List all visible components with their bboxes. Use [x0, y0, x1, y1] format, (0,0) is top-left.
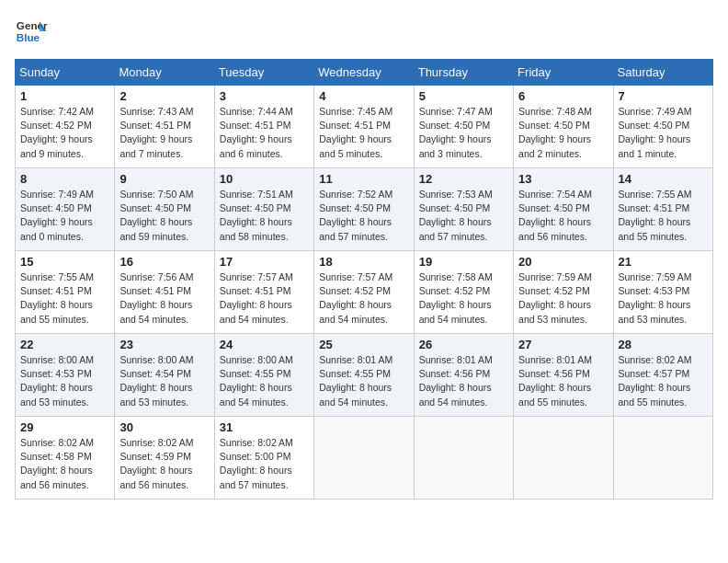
calendar-day-cell: 27Sunrise: 8:01 AM Sunset: 4:56 PM Dayli…: [514, 334, 613, 417]
calendar-day-cell: 5Sunrise: 7:47 AM Sunset: 4:50 PM Daylig…: [414, 86, 513, 168]
calendar-day-cell: 20Sunrise: 7:59 AM Sunset: 4:52 PM Dayli…: [514, 251, 613, 334]
day-number: 2: [119, 89, 209, 103]
weekday-header: Tuesday: [214, 60, 313, 86]
day-number: 21: [619, 255, 708, 269]
calendar-day-cell: 22Sunrise: 8:00 AM Sunset: 4:53 PM Dayli…: [16, 334, 115, 417]
calendar-day-cell: 11Sunrise: 7:52 AM Sunset: 4:50 PM Dayli…: [314, 168, 414, 251]
calendar-day-cell: 3Sunrise: 7:44 AM Sunset: 4:51 PM Daylig…: [214, 86, 313, 168]
calendar-day-cell: 23Sunrise: 8:00 AM Sunset: 4:54 PM Dayli…: [115, 334, 214, 417]
day-number: 7: [619, 89, 708, 103]
day-number: 11: [319, 172, 408, 186]
day-number: 15: [20, 255, 109, 269]
calendar-week-row: 8Sunrise: 7:49 AM Sunset: 4:50 PM Daylig…: [16, 168, 713, 251]
calendar-day-cell: 9Sunrise: 7:50 AM Sunset: 4:50 PM Daylig…: [115, 168, 214, 251]
weekday-header: Monday: [115, 60, 214, 86]
day-info: Sunrise: 7:55 AM Sunset: 4:51 PM Dayligh…: [619, 188, 708, 244]
weekday-header: Sunday: [16, 60, 115, 86]
day-number: 31: [220, 420, 309, 434]
calendar-week-row: 22Sunrise: 8:00 AM Sunset: 4:53 PM Dayli…: [16, 334, 713, 417]
day-number: 20: [518, 255, 608, 269]
calendar-day-cell: 13Sunrise: 7:54 AM Sunset: 4:50 PM Dayli…: [514, 168, 613, 251]
weekday-header: Saturday: [613, 60, 712, 86]
day-info: Sunrise: 8:02 AM Sunset: 4:57 PM Dayligh…: [619, 353, 708, 409]
svg-text:Blue: Blue: [17, 31, 40, 43]
day-number: 28: [619, 338, 708, 351]
day-number: 12: [419, 172, 508, 186]
empty-cell: [314, 417, 414, 500]
empty-cell: [414, 417, 513, 500]
day-number: 1: [20, 89, 109, 103]
calendar-day-cell: 17Sunrise: 7:57 AM Sunset: 4:51 PM Dayli…: [214, 251, 313, 334]
day-info: Sunrise: 8:02 AM Sunset: 4:58 PM Dayligh…: [20, 436, 109, 492]
day-number: 17: [220, 255, 309, 269]
calendar-week-row: 15Sunrise: 7:55 AM Sunset: 4:51 PM Dayli…: [16, 251, 713, 334]
day-number: 30: [119, 420, 209, 434]
calendar-day-cell: 4Sunrise: 7:45 AM Sunset: 4:51 PM Daylig…: [314, 86, 414, 168]
calendar-week-row: 1Sunrise: 7:42 AM Sunset: 4:52 PM Daylig…: [16, 86, 713, 168]
day-info: Sunrise: 7:49 AM Sunset: 4:50 PM Dayligh…: [20, 188, 109, 244]
calendar-day-cell: 7Sunrise: 7:49 AM Sunset: 4:50 PM Daylig…: [613, 86, 712, 168]
day-number: 23: [119, 338, 209, 351]
day-number: 16: [119, 255, 209, 269]
day-info: Sunrise: 7:52 AM Sunset: 4:50 PM Dayligh…: [319, 188, 408, 244]
calendar-day-cell: 14Sunrise: 7:55 AM Sunset: 4:51 PM Dayli…: [613, 168, 712, 251]
calendar-day-cell: 12Sunrise: 7:53 AM Sunset: 4:50 PM Dayli…: [414, 168, 513, 251]
calendar-day-cell: 26Sunrise: 8:01 AM Sunset: 4:56 PM Dayli…: [414, 334, 513, 417]
day-number: 8: [20, 172, 109, 186]
day-info: Sunrise: 8:02 AM Sunset: 4:59 PM Dayligh…: [119, 436, 209, 492]
day-info: Sunrise: 7:59 AM Sunset: 4:52 PM Dayligh…: [518, 270, 608, 327]
day-number: 27: [518, 338, 608, 351]
calendar-day-cell: 21Sunrise: 7:59 AM Sunset: 4:53 PM Dayli…: [613, 251, 712, 334]
calendar-day-cell: 28Sunrise: 8:02 AM Sunset: 4:57 PM Dayli…: [613, 334, 712, 417]
calendar-day-cell: 6Sunrise: 7:48 AM Sunset: 4:50 PM Daylig…: [514, 86, 613, 168]
weekday-header: Wednesday: [314, 60, 414, 86]
empty-cell: [613, 417, 712, 500]
day-number: 25: [319, 338, 408, 351]
day-number: 26: [419, 338, 508, 351]
calendar-day-cell: 25Sunrise: 8:01 AM Sunset: 4:55 PM Dayli…: [314, 334, 414, 417]
day-number: 29: [20, 420, 109, 434]
calendar-header-row: SundayMondayTuesdayWednesdayThursdayFrid…: [16, 60, 713, 86]
day-number: 14: [619, 172, 708, 186]
day-number: 5: [419, 89, 508, 103]
day-number: 19: [419, 255, 508, 269]
day-info: Sunrise: 8:00 AM Sunset: 4:53 PM Dayligh…: [20, 353, 109, 409]
day-info: Sunrise: 7:57 AM Sunset: 4:52 PM Dayligh…: [319, 270, 408, 327]
day-number: 4: [319, 89, 408, 103]
day-info: Sunrise: 7:53 AM Sunset: 4:50 PM Dayligh…: [419, 188, 508, 244]
calendar-day-cell: 18Sunrise: 7:57 AM Sunset: 4:52 PM Dayli…: [314, 251, 414, 334]
day-info: Sunrise: 7:50 AM Sunset: 4:50 PM Dayligh…: [119, 188, 209, 244]
weekday-header: Friday: [514, 60, 613, 86]
day-info: Sunrise: 7:58 AM Sunset: 4:52 PM Dayligh…: [419, 270, 508, 327]
day-number: 9: [119, 172, 209, 186]
calendar-day-cell: 2Sunrise: 7:43 AM Sunset: 4:51 PM Daylig…: [115, 86, 214, 168]
day-info: Sunrise: 7:57 AM Sunset: 4:51 PM Dayligh…: [220, 270, 309, 327]
calendar-week-row: 29Sunrise: 8:02 AM Sunset: 4:58 PM Dayli…: [16, 417, 713, 500]
page-header: General Blue: [15, 15, 713, 48]
calendar-day-cell: 16Sunrise: 7:56 AM Sunset: 4:51 PM Dayli…: [115, 251, 214, 334]
day-number: 24: [220, 338, 309, 351]
calendar-day-cell: 30Sunrise: 8:02 AM Sunset: 4:59 PM Dayli…: [115, 417, 214, 500]
day-info: Sunrise: 7:48 AM Sunset: 4:50 PM Dayligh…: [518, 105, 608, 161]
empty-cell: [514, 417, 613, 500]
day-info: Sunrise: 7:45 AM Sunset: 4:51 PM Dayligh…: [319, 105, 408, 161]
day-info: Sunrise: 7:47 AM Sunset: 4:50 PM Dayligh…: [419, 105, 508, 161]
day-info: Sunrise: 7:56 AM Sunset: 4:51 PM Dayligh…: [119, 270, 209, 327]
calendar-day-cell: 29Sunrise: 8:02 AM Sunset: 4:58 PM Dayli…: [16, 417, 115, 500]
day-number: 10: [220, 172, 309, 186]
day-info: Sunrise: 8:01 AM Sunset: 4:56 PM Dayligh…: [518, 353, 608, 409]
calendar-day-cell: 24Sunrise: 8:00 AM Sunset: 4:55 PM Dayli…: [214, 334, 313, 417]
calendar-day-cell: 1Sunrise: 7:42 AM Sunset: 4:52 PM Daylig…: [16, 86, 115, 168]
logo-icon: General Blue: [15, 15, 48, 48]
day-info: Sunrise: 7:43 AM Sunset: 4:51 PM Dayligh…: [119, 105, 209, 161]
day-info: Sunrise: 7:55 AM Sunset: 4:51 PM Dayligh…: [20, 270, 109, 327]
calendar-day-cell: 15Sunrise: 7:55 AM Sunset: 4:51 PM Dayli…: [16, 251, 115, 334]
day-info: Sunrise: 7:59 AM Sunset: 4:53 PM Dayligh…: [619, 270, 708, 327]
day-number: 22: [20, 338, 109, 351]
day-info: Sunrise: 7:54 AM Sunset: 4:50 PM Dayligh…: [518, 188, 608, 244]
day-info: Sunrise: 7:51 AM Sunset: 4:50 PM Dayligh…: [220, 188, 309, 244]
day-info: Sunrise: 7:49 AM Sunset: 4:50 PM Dayligh…: [619, 105, 708, 161]
day-info: Sunrise: 8:01 AM Sunset: 4:56 PM Dayligh…: [419, 353, 508, 409]
day-info: Sunrise: 7:44 AM Sunset: 4:51 PM Dayligh…: [220, 105, 309, 161]
calendar-day-cell: 8Sunrise: 7:49 AM Sunset: 4:50 PM Daylig…: [16, 168, 115, 251]
